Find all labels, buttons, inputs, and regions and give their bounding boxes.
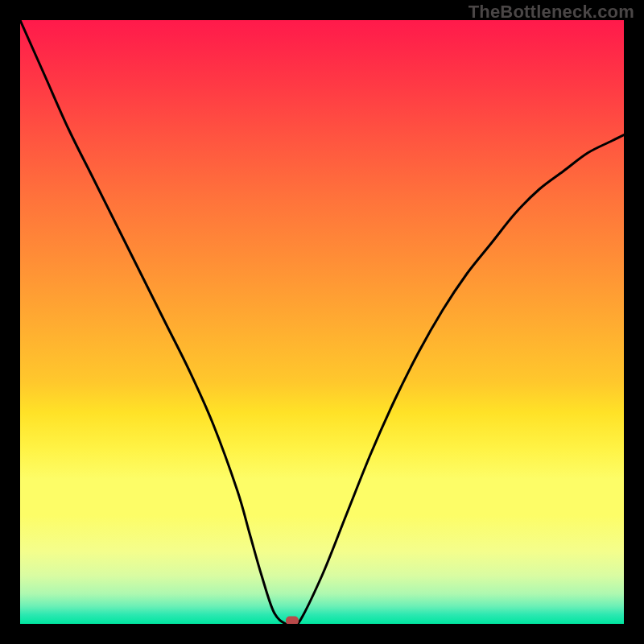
chart-frame: TheBottleneck.com — [0, 0, 644, 644]
watermark-text: TheBottleneck.com — [469, 2, 634, 23]
minimum-marker — [286, 617, 299, 624]
bottleneck-curve — [20, 20, 624, 624]
plot-area — [20, 20, 624, 624]
